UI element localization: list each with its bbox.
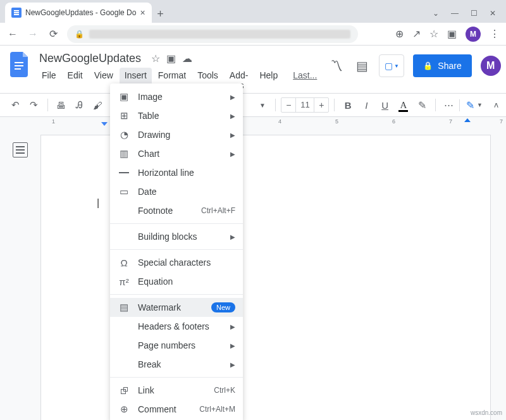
style-dropdown-arrow[interactable]: ▼ xyxy=(254,97,270,113)
menu-item-image[interactable]: ▣Image▶ xyxy=(110,87,243,106)
italic-button[interactable]: I xyxy=(359,97,374,113)
url-text xyxy=(89,30,350,39)
menu-item-label: Link xyxy=(138,385,206,395)
document-page[interactable] xyxy=(40,135,491,420)
trend-icon[interactable]: 〽 xyxy=(328,59,345,73)
profile-avatar[interactable]: M xyxy=(466,27,481,42)
close-tab-icon[interactable]: × xyxy=(140,8,145,18)
outline-icon[interactable] xyxy=(13,142,28,158)
link-icon: ⮺ xyxy=(118,384,130,397)
docs-favicon xyxy=(11,8,22,18)
menu-item-link[interactable]: ⮺LinkCtrl+K xyxy=(110,381,243,400)
underline-button[interactable]: U xyxy=(377,97,393,113)
close-window-icon[interactable]: ✕ xyxy=(488,9,497,18)
new-tab-button[interactable]: + xyxy=(152,5,170,23)
url-field[interactable]: 🔒 xyxy=(67,25,358,43)
edit-mode-icon[interactable]: ✎ xyxy=(466,99,474,111)
menu-item-building-blocks[interactable]: Building blocks▶ xyxy=(110,227,243,246)
chrome-menu-icon[interactable]: ⋮ xyxy=(490,28,500,40)
browser-tab-strip: NewGoogleUpdates - Google Do × + ⌄ — ☐ ✕ xyxy=(0,0,506,23)
edit-mode-arrow[interactable]: ▼ xyxy=(477,102,483,108)
cloud-status-icon[interactable]: ☁ xyxy=(182,52,192,65)
chevron-down-icon[interactable]: ⌄ xyxy=(431,9,440,18)
submenu-arrow-icon: ▶ xyxy=(230,323,235,330)
move-icon[interactable]: ▣ xyxy=(166,52,176,65)
menu-item-watermark[interactable]: ▤WatermarkNew xyxy=(110,298,243,317)
indent-right[interactable] xyxy=(464,118,471,122)
indent-first-line[interactable] xyxy=(101,122,108,126)
present-button[interactable]: ▢▼ xyxy=(379,54,404,77)
zoom-icon[interactable]: ⊕ xyxy=(395,28,404,40)
font-size-decrease[interactable]: − xyxy=(281,100,295,110)
font-size-increase[interactable]: + xyxy=(314,100,328,110)
paint-format-button[interactable]: 🖌 xyxy=(90,97,106,113)
menu-item-horizontal-line[interactable]: Horizontal line xyxy=(110,163,243,182)
menu-separator xyxy=(110,249,243,250)
menu-item-break[interactable]: Break▶ xyxy=(110,355,243,374)
collapse-toolbar-icon[interactable]: ʌ xyxy=(494,101,498,109)
docs-header: NewGoogleUpdates ☆ ▣ ☁ File Edit View In… xyxy=(0,46,506,93)
comments-icon[interactable]: ▤ xyxy=(354,58,370,73)
menu-item-label: Watermark xyxy=(138,302,204,312)
share-page-icon[interactable]: ↗ xyxy=(412,28,421,40)
menu-item-equation[interactable]: π²Equation xyxy=(110,272,243,291)
forward-button[interactable]: → xyxy=(27,28,39,40)
back-button[interactable]: ← xyxy=(6,28,19,40)
menu-item-label: Footnote xyxy=(138,206,194,216)
extensions-icon[interactable]: ▣ xyxy=(447,28,457,40)
blank-icon xyxy=(118,204,130,217)
menu-item-special-characters[interactable]: ΩSpecial characters xyxy=(110,253,243,272)
menu-item-label: Horizontal line xyxy=(138,168,235,178)
equation-icon: π² xyxy=(118,275,130,288)
highlight-button[interactable]: ✎ xyxy=(414,97,429,113)
text-color-button[interactable]: A xyxy=(395,97,411,113)
blank-icon xyxy=(118,320,130,333)
menu-item-headers-footers[interactable]: Headers & footers▶ xyxy=(110,317,243,336)
share-button[interactable]: Share xyxy=(413,54,471,77)
menu-item-comment[interactable]: ⊕CommentCtrl+Alt+M xyxy=(110,400,243,419)
print-button[interactable]: 🖶 xyxy=(53,97,69,113)
menu-item-label: Drawing xyxy=(138,130,223,140)
watermark-icon: ▤ xyxy=(118,301,130,314)
watermark-text: wsxdn.com xyxy=(471,409,502,416)
redo-button[interactable]: ↷ xyxy=(26,97,42,113)
drawing-icon: ◔ xyxy=(118,128,130,141)
account-avatar[interactable]: M xyxy=(481,56,501,76)
menu-item-date[interactable]: ▭Date xyxy=(110,182,243,201)
menu-file[interactable]: File xyxy=(37,68,61,93)
maximize-icon[interactable]: ☐ xyxy=(469,9,478,18)
star-icon[interactable]: ☆ xyxy=(151,52,160,65)
menu-item-chart[interactable]: ▥Chart▶ xyxy=(110,144,243,163)
ruler[interactable]: 1 2 3 4 5 6 7 7 xyxy=(0,117,506,127)
menu-item-drawing[interactable]: ◔Drawing▶ xyxy=(110,125,243,144)
special-icon: Ω xyxy=(118,256,130,269)
docs-logo[interactable] xyxy=(10,51,30,80)
menu-item-footnote[interactable]: FootnoteCtrl+Alt+F xyxy=(110,201,243,220)
more-toolbar-button[interactable]: ⋯ xyxy=(441,97,457,113)
submenu-arrow-icon: ▶ xyxy=(230,94,235,101)
bookmark-icon[interactable]: ☆ xyxy=(429,28,438,40)
menu-item-label: Break xyxy=(138,359,223,369)
menu-item-page-numbers[interactable]: Page numbers▶ xyxy=(110,336,243,355)
menu-item-label: Special characters xyxy=(138,257,235,268)
submenu-arrow-icon: ▶ xyxy=(230,113,235,120)
comment-icon: ⊕ xyxy=(118,403,130,416)
undo-button[interactable]: ↶ xyxy=(8,97,23,113)
minimize-icon[interactable]: — xyxy=(450,9,459,18)
document-title[interactable]: NewGoogleUpdates xyxy=(37,51,144,66)
menu-edit[interactable]: Edit xyxy=(63,68,88,93)
submenu-arrow-icon: ▶ xyxy=(230,342,235,349)
blank-icon xyxy=(118,230,130,243)
reload-button[interactable]: ⟳ xyxy=(47,28,59,40)
menu-item-label: Equation xyxy=(138,276,235,287)
font-size-value[interactable]: 11 xyxy=(295,98,314,112)
bold-button[interactable]: B xyxy=(340,97,355,113)
spellcheck-button[interactable]: Ꭿ xyxy=(71,97,87,113)
new-badge: New xyxy=(211,302,235,312)
chart-icon: ▥ xyxy=(118,147,130,160)
last-edit-link[interactable]: Last... xyxy=(288,68,322,93)
menu-help[interactable]: Help xyxy=(254,68,283,93)
browser-tab[interactable]: NewGoogleUpdates - Google Do × xyxy=(5,3,152,23)
menu-item-table[interactable]: ⊞Table▶ xyxy=(110,106,243,125)
submenu-arrow-icon: ▶ xyxy=(230,233,235,240)
